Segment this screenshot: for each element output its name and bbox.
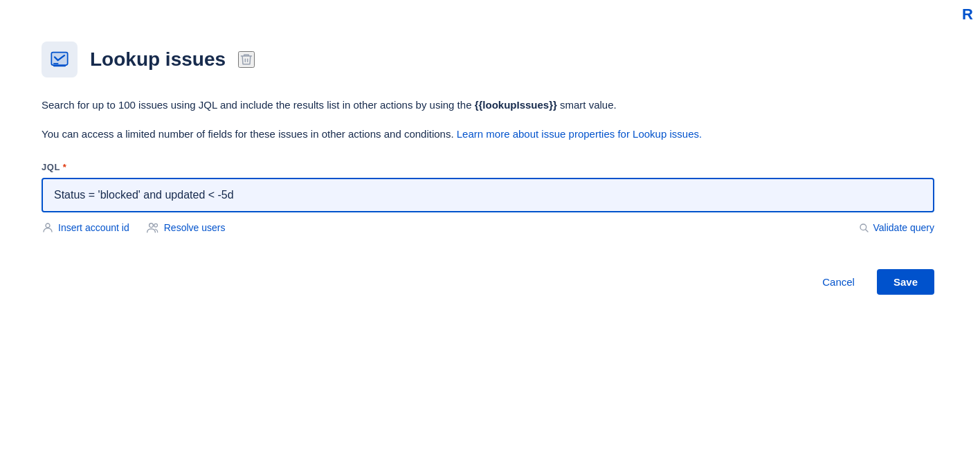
description-1: Search for up to 100 issues using JQL an… bbox=[42, 97, 907, 113]
header-row: Lookup issues bbox=[42, 42, 938, 77]
jql-input[interactable] bbox=[42, 178, 934, 212]
save-button[interactable]: Save bbox=[877, 269, 934, 295]
top-right-letter: R bbox=[962, 6, 973, 24]
users-icon bbox=[146, 221, 160, 235]
left-actions: Insert account id Resolve users bbox=[42, 221, 225, 235]
search-icon bbox=[858, 222, 869, 233]
page-title: Lookup issues bbox=[90, 48, 226, 71]
svg-point-4 bbox=[46, 223, 50, 228]
person-icon bbox=[42, 221, 54, 234]
resolve-users-label: Resolve users bbox=[164, 222, 226, 233]
svg-point-5 bbox=[149, 223, 153, 228]
insert-account-id-label: Insert account id bbox=[58, 222, 129, 233]
delete-button[interactable] bbox=[238, 51, 255, 68]
required-star: * bbox=[63, 162, 66, 172]
insert-account-id-button[interactable]: Insert account id bbox=[42, 221, 129, 234]
trash-icon bbox=[239, 53, 253, 66]
svg-line-8 bbox=[865, 230, 867, 232]
cancel-button[interactable]: Cancel bbox=[811, 271, 866, 293]
resolve-users-button[interactable]: Resolve users bbox=[146, 221, 226, 235]
description-1-text2: smart value. bbox=[557, 99, 617, 111]
validate-query-button[interactable]: Validate query bbox=[858, 222, 934, 233]
description-1-text1: Search for up to 100 issues using JQL an… bbox=[42, 99, 475, 111]
jql-label-row: JQL * bbox=[42, 162, 938, 172]
lookup-issues-icon-box bbox=[42, 42, 78, 77]
actions-row: Insert account id Resolve users Validate… bbox=[42, 221, 934, 235]
lookup-issues-icon bbox=[50, 50, 69, 69]
learn-more-link[interactable]: Learn more about issue properties for Lo… bbox=[457, 128, 702, 140]
description-2-text1: You can access a limited number of field… bbox=[42, 128, 457, 140]
svg-point-6 bbox=[154, 223, 158, 227]
smart-value: {{lookupIssues}} bbox=[475, 99, 557, 111]
main-container: Lookup issues Search for up to 100 issue… bbox=[0, 0, 980, 322]
description-2: You can access a limited number of field… bbox=[42, 126, 907, 143]
validate-query-label: Validate query bbox=[873, 222, 934, 233]
jql-label: JQL bbox=[42, 162, 60, 172]
bottom-buttons-row: Cancel Save bbox=[42, 269, 934, 295]
